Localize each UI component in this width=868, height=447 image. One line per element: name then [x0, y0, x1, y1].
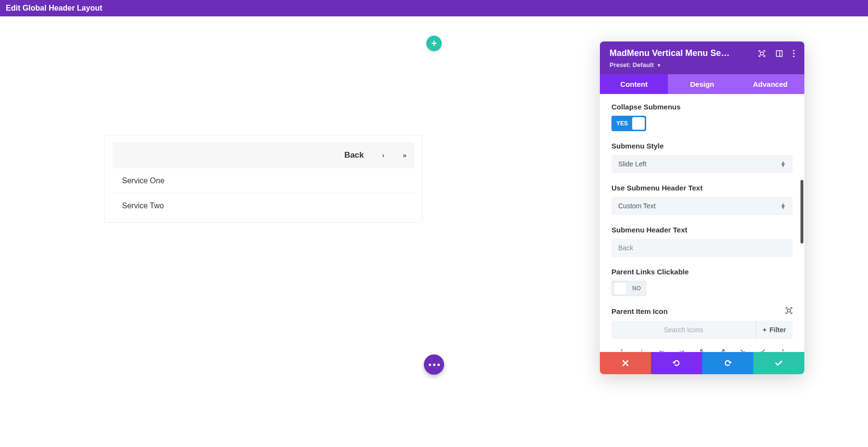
field-use-header-text: Use Submenu Header Text Custom Text ▲▼ — [611, 184, 793, 215]
plus-icon: + — [431, 38, 437, 49]
panel-title: MadMenu Vertical Menu Se… — [610, 48, 730, 58]
arrow-left-icon[interactable]: ← — [652, 344, 672, 352]
field-submenu-style: Submenu Style Slide Left ▲▼ — [611, 142, 793, 173]
field-parent-icon: Parent Item Icon + Filter ↑ ↓ ← — [611, 307, 793, 352]
scrollbar[interactable] — [800, 180, 803, 244]
icon-search-row: + Filter — [611, 321, 793, 339]
field-parent-clickable: Parent Links Clickable NO — [611, 268, 793, 296]
svg-rect-0 — [760, 52, 763, 55]
panel-body: Collapse Submenus YES Submenu Style Slid… — [600, 94, 804, 352]
icon-grid: ↑ ↓ ← → ↖ ↗ ↘ ↙ ↕ — [611, 344, 793, 352]
filter-button[interactable]: + Filter — [756, 321, 793, 339]
top-bar: Edit Global Header Layout — [0, 0, 868, 16]
fab-button[interactable] — [424, 354, 444, 375]
menu-back-header[interactable]: Back › » — [112, 142, 414, 168]
chevron-double-right-icon: » — [403, 151, 407, 159]
svg-point-3 — [793, 50, 794, 51]
svg-point-4 — [793, 53, 794, 54]
field-label-text: Parent Item Icon — [611, 307, 668, 315]
menu-back-label: Back — [344, 150, 364, 160]
arrow-down-right-icon[interactable]: ↘ — [732, 344, 753, 352]
cancel-button[interactable] — [600, 352, 651, 374]
arrow-up-right-icon[interactable]: ↗ — [712, 344, 732, 352]
panel-tabs: Content Design Advanced — [600, 74, 804, 94]
arrow-down-icon[interactable]: ↓ — [632, 344, 652, 352]
add-section-button[interactable]: + — [426, 36, 442, 51]
arrow-up-icon[interactable]: ↑ — [611, 344, 632, 352]
responsive-icon[interactable] — [785, 307, 793, 316]
field-collapse-submenus: Collapse Submenus YES — [611, 103, 793, 131]
settings-panel: MadMenu Vertical Menu Se… Preset: Defaul… — [600, 41, 804, 374]
toggle-value: NO — [632, 285, 641, 292]
search-icons-input[interactable] — [611, 326, 756, 334]
panel-header: MadMenu Vertical Menu Se… Preset: Defaul… — [600, 41, 804, 74]
select-submenu-style[interactable]: Slide Left ▲▼ — [611, 155, 793, 173]
field-label: Use Submenu Header Text — [611, 184, 793, 192]
arrow-up-left-icon[interactable]: ↖ — [692, 344, 712, 352]
menu-item[interactable]: Service Two — [112, 193, 414, 218]
redo-button[interactable] — [702, 352, 753, 374]
plus-icon: + — [763, 326, 767, 334]
toggle-value: YES — [616, 120, 628, 127]
menu-item-label: Service One — [122, 176, 164, 185]
chevron-right-icon: › — [382, 151, 385, 159]
field-label: Parent Links Clickable — [611, 268, 793, 276]
preset-label: Preset: — [610, 61, 631, 68]
kebab-icon[interactable] — [793, 50, 795, 57]
field-label: Parent Item Icon — [611, 307, 793, 316]
tab-content[interactable]: Content — [600, 74, 668, 94]
page-title: Edit Global Header Layout — [6, 4, 102, 13]
toggle-parent-clickable[interactable]: NO — [611, 281, 646, 296]
filter-label: Filter — [770, 326, 786, 334]
panel-footer — [600, 352, 804, 374]
caret-down-icon: ▼ — [656, 63, 661, 68]
canvas: + Back › » Service One Service Two MadMe… — [0, 16, 868, 447]
field-label: Submenu Header Text — [611, 226, 793, 234]
field-label: Collapse Submenus — [611, 103, 793, 111]
arrow-up-down-icon[interactable]: ↕ — [773, 344, 793, 352]
menu-item-label: Service Two — [122, 202, 164, 210]
snap-icon[interactable] — [775, 50, 783, 57]
menu-item[interactable]: Service One — [112, 168, 414, 193]
menu-preview: Back › » Service One Service Two — [104, 135, 422, 223]
dots-icon — [429, 364, 440, 366]
preset-value: Default — [633, 61, 654, 68]
undo-button[interactable] — [651, 352, 702, 374]
svg-rect-6 — [787, 309, 790, 312]
svg-rect-1 — [776, 51, 782, 56]
input-header-text[interactable]: Back — [611, 239, 793, 257]
tab-advanced[interactable]: Advanced — [736, 74, 804, 94]
svg-point-5 — [793, 55, 794, 57]
arrow-down-left-icon[interactable]: ↙ — [752, 344, 773, 352]
select-value: Slide Left — [618, 160, 646, 168]
select-caret-icon: ▲▼ — [780, 161, 786, 167]
toggle-collapse-submenus[interactable]: YES — [611, 116, 646, 131]
expand-icon[interactable] — [758, 50, 766, 57]
save-button[interactable] — [753, 352, 804, 374]
field-label: Submenu Style — [611, 142, 793, 150]
select-value: Custom Text — [618, 202, 656, 210]
field-header-text: Submenu Header Text Back — [611, 226, 793, 257]
tab-design[interactable]: Design — [668, 74, 736, 94]
select-caret-icon: ▲▼ — [780, 203, 786, 209]
preset-selector[interactable]: Preset: Default ▼ — [610, 61, 795, 68]
select-use-header-text[interactable]: Custom Text ▲▼ — [611, 197, 793, 215]
arrow-right-icon[interactable]: → — [672, 344, 692, 352]
input-value: Back — [618, 244, 633, 252]
